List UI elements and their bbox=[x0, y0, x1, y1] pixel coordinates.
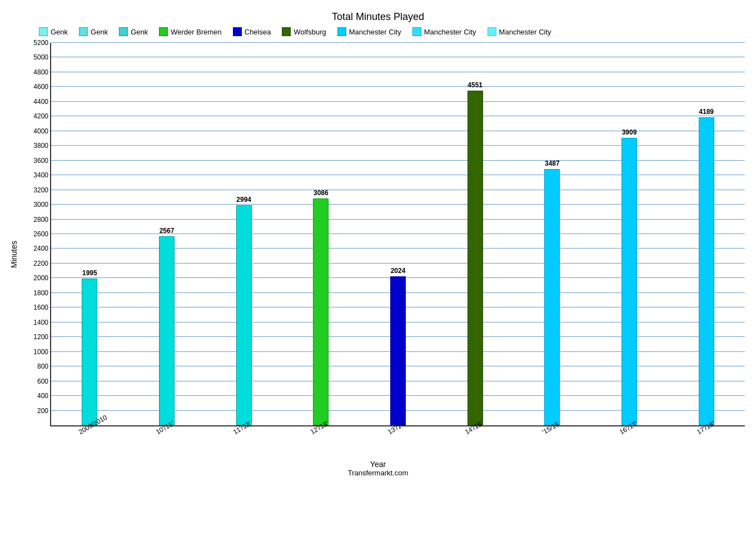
y-tick-4200: 4200 bbox=[33, 112, 48, 120]
bar-label-7: 3909 bbox=[622, 128, 637, 136]
legend-item-4: Chelsea bbox=[233, 27, 271, 36]
bar-label-2: 2994 bbox=[236, 196, 251, 203]
bar-label-8: 4189 bbox=[699, 108, 714, 116]
y-tick-600: 600 bbox=[37, 378, 48, 385]
source-label: Transfermarkt.com bbox=[6, 469, 750, 477]
y-tick-200: 200 bbox=[37, 407, 48, 415]
legend: GenkGenkGenkWerder BremenChelseaWolfsbur… bbox=[39, 27, 750, 38]
legend-label-0: Genk bbox=[51, 28, 68, 36]
y-tick-3200: 3200 bbox=[33, 186, 48, 194]
grid-line-4800 bbox=[51, 72, 745, 72]
y-tick-3000: 3000 bbox=[33, 201, 48, 209]
bar-2: 2994 bbox=[236, 205, 252, 425]
legend-label-5: Wolfsburg bbox=[294, 28, 326, 36]
legend-label-2: Genk bbox=[131, 28, 148, 36]
y-tick-2600: 2600 bbox=[33, 230, 48, 238]
legend-color-6 bbox=[337, 27, 346, 36]
grid-line-2400 bbox=[51, 248, 745, 249]
legend-item-3: Werder Bremen bbox=[159, 27, 222, 36]
y-tick-2200: 2200 bbox=[33, 260, 48, 267]
legend-label-3: Werder Bremen bbox=[171, 28, 222, 36]
bar-4: 2024 bbox=[390, 276, 406, 425]
grid-line-3400 bbox=[51, 175, 745, 175]
x-axis-labels: 2009/201010'/11'11'/12'12'/13'13'/14'14'… bbox=[50, 426, 745, 465]
y-tick-1400: 1400 bbox=[33, 319, 48, 326]
bar-7: 3909 bbox=[621, 138, 637, 425]
y-tick-2800: 2800 bbox=[33, 216, 48, 224]
bar-8: 4189 bbox=[699, 117, 714, 425]
bar-label-3: 3086 bbox=[314, 189, 329, 197]
y-tick-2000: 2000 bbox=[33, 274, 48, 282]
y-tick-1000: 1000 bbox=[33, 348, 48, 356]
legend-color-4 bbox=[233, 27, 242, 36]
bar-label-5: 4551 bbox=[467, 81, 483, 89]
y-tick-3600: 3600 bbox=[33, 157, 48, 165]
legend-item-7: Manchester City bbox=[412, 27, 476, 36]
legend-color-1 bbox=[79, 27, 88, 36]
y-tick-4800: 4800 bbox=[33, 68, 48, 76]
legend-color-2 bbox=[119, 27, 128, 36]
bar-5: 4551 bbox=[467, 91, 483, 425]
grid-line-3000 bbox=[51, 204, 745, 205]
legend-item-5: Wolfsburg bbox=[282, 27, 326, 36]
bar-label-4: 2024 bbox=[391, 267, 406, 275]
y-tick-800: 800 bbox=[37, 363, 48, 370]
chart-inner: 2004006008001000120014001600180020002200… bbox=[22, 43, 750, 465]
legend-item-6: Manchester City bbox=[337, 27, 401, 36]
legend-label-1: Genk bbox=[91, 28, 108, 36]
legend-color-5 bbox=[282, 27, 291, 36]
y-tick-3400: 3400 bbox=[33, 171, 48, 179]
grid-line-4000 bbox=[51, 131, 745, 131]
legend-label-6: Manchester City bbox=[349, 28, 401, 36]
chart-container: Total Minutes Played GenkGenkGenkWerder … bbox=[0, 0, 756, 556]
legend-color-0 bbox=[39, 27, 48, 36]
grid-line-4200 bbox=[51, 116, 745, 116]
grid-line-2800 bbox=[51, 219, 745, 220]
y-tick-4000: 4000 bbox=[33, 127, 48, 135]
legend-label-4: Chelsea bbox=[245, 28, 271, 36]
chart-title: Total Minutes Played bbox=[6, 11, 750, 23]
bar-3: 3086 bbox=[313, 198, 329, 425]
y-tick-5000: 5000 bbox=[33, 53, 48, 61]
plot-area: 2004006008001000120014001600180020002200… bbox=[50, 43, 745, 426]
bar-6: 3487 bbox=[544, 169, 560, 425]
y-tick-4400: 4400 bbox=[33, 98, 48, 106]
y-tick-4600: 4600 bbox=[33, 83, 48, 91]
grid-line-2600 bbox=[51, 234, 745, 234]
grid-line-5000 bbox=[51, 57, 745, 57]
bar-label-1: 2567 bbox=[160, 227, 175, 235]
legend-label-8: Manchester City bbox=[499, 28, 551, 36]
grid-line-3800 bbox=[51, 145, 745, 146]
legend-item-2: Genk bbox=[119, 27, 148, 36]
grid-line-3200 bbox=[51, 190, 745, 190]
grid-line-3600 bbox=[51, 160, 745, 161]
y-tick-400: 400 bbox=[37, 392, 48, 400]
legend-color-7 bbox=[412, 27, 421, 36]
bar-label-6: 3487 bbox=[545, 160, 560, 167]
grid-line-4400 bbox=[51, 101, 745, 102]
legend-color-8 bbox=[488, 27, 496, 36]
y-axis-label: Minutes bbox=[6, 43, 22, 465]
y-tick-1600: 1600 bbox=[33, 304, 48, 311]
y-tick-1200: 1200 bbox=[33, 333, 48, 341]
y-tick-3800: 3800 bbox=[33, 142, 48, 150]
legend-color-3 bbox=[159, 27, 168, 36]
bar-1: 2567 bbox=[159, 236, 175, 425]
grid-line-5200 bbox=[51, 42, 745, 43]
legend-label-7: Manchester City bbox=[424, 28, 476, 36]
legend-item-1: Genk bbox=[79, 27, 108, 36]
grid-line-2200 bbox=[51, 263, 745, 264]
legend-item-8: Manchester City bbox=[488, 27, 551, 36]
y-tick-2400: 2400 bbox=[33, 245, 48, 252]
y-tick-1800: 1800 bbox=[33, 289, 48, 297]
y-tick-5200: 5200 bbox=[33, 39, 48, 47]
legend-item-0: Genk bbox=[39, 27, 68, 36]
bar-0: 1995 bbox=[82, 279, 97, 425]
grid-line-4600 bbox=[51, 86, 745, 87]
chart-area: Minutes 20040060080010001200140016001800… bbox=[6, 43, 750, 465]
bar-label-0: 1995 bbox=[82, 269, 97, 277]
